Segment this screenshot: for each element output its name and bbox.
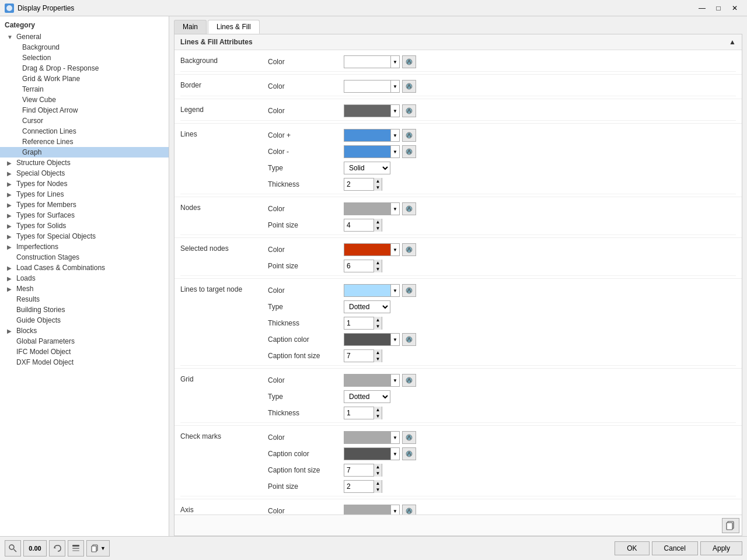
color-icon-btn-lines-minus[interactable] <box>402 145 416 158</box>
cm-captfontsize-up[interactable]: ▲ <box>374 464 382 470</box>
color-picker-selnodes[interactable]: ▼ <box>344 243 400 256</box>
color-icon-btn-cm[interactable] <box>402 431 416 444</box>
sidebar-item-reference-lines[interactable]: Reference Lines <box>0 136 169 147</box>
sidebar-item-types-nodes[interactable]: ▶ Types for Nodes <box>0 178 169 189</box>
color-picker-bg[interactable]: ▼ <box>344 55 400 68</box>
cm-captfontsize-input[interactable] <box>344 464 374 476</box>
ltarget-captfontsize-up[interactable]: ▲ <box>374 349 382 356</box>
color-picker-nodes[interactable]: ▼ <box>344 202 400 215</box>
sidebar-item-special-objects[interactable]: ▶ Special Objects <box>0 168 169 178</box>
sidebar-item-dxf-model[interactable]: DXF Model Object <box>0 357 169 368</box>
color-dropdown-ltarget[interactable]: ▼ <box>391 285 399 296</box>
sidebar-item-selection[interactable]: Selection <box>0 52 169 63</box>
grid-thickness-up[interactable]: ▲ <box>374 407 382 413</box>
tab-main[interactable]: Main <box>174 20 207 34</box>
color-picker-ltarget-caption[interactable]: ▼ <box>344 333 400 346</box>
color-icon-btn-ltarget[interactable] <box>402 284 416 297</box>
lines-thickness-down[interactable]: ▼ <box>374 184 382 191</box>
cm-pointsize-input[interactable] <box>344 481 374 492</box>
tab-lines-fill[interactable]: Lines & Fill <box>208 20 260 34</box>
sidebar-item-types-lines[interactable]: ▶ Types for Lines <box>0 189 169 200</box>
grid-thickness-input[interactable] <box>344 407 374 419</box>
ltarget-captfontsize-down[interactable]: ▼ <box>374 356 382 362</box>
selnodes-pointsize-down[interactable]: ▼ <box>374 266 382 272</box>
sidebar-item-background[interactable]: Background <box>0 42 169 52</box>
color-picker-cm-caption[interactable]: ▼ <box>344 447 400 460</box>
lines-thickness-up[interactable]: ▲ <box>374 178 382 184</box>
sidebar-item-imperfections[interactable]: ▶ Imperfections <box>0 242 169 252</box>
color-dropdown-lines-minus[interactable]: ▼ <box>391 146 399 158</box>
color-dropdown-cm[interactable]: ▼ <box>391 432 399 443</box>
maximize-button[interactable]: □ <box>711 2 726 14</box>
sidebar-item-types-solids[interactable]: ▶ Types for Solids <box>0 220 169 231</box>
selnodes-pointsize-up[interactable]: ▲ <box>374 260 382 266</box>
cm-pointsize-up[interactable]: ▲ <box>374 480 382 487</box>
color-dropdown-ltarget-caption[interactable]: ▼ <box>391 334 399 345</box>
sidebar-item-connection-lines[interactable]: Connection Lines <box>0 126 169 136</box>
ltarget-thickness-input[interactable] <box>344 317 374 329</box>
sidebar-item-building-stories[interactable]: Building Stories <box>0 304 169 315</box>
sidebar-item-guide-objects[interactable]: Guide Objects <box>0 315 169 326</box>
color-icon-btn-nodes[interactable] <box>402 202 416 215</box>
sidebar-item-construction[interactable]: Construction Stages <box>0 252 169 262</box>
sidebar-item-find-object[interactable]: Find Object Arrow <box>0 105 169 116</box>
color-icon-btn-bg[interactable] <box>402 55 416 68</box>
color-picker-grid[interactable]: ▼ <box>344 374 400 387</box>
color-icon-btn-legend[interactable] <box>402 104 416 117</box>
color-picker-cm[interactable]: ▼ <box>344 431 400 444</box>
nodes-pointsize-down[interactable]: ▼ <box>374 225 382 232</box>
color-picker-axis[interactable]: ▼ <box>344 505 400 514</box>
sidebar-item-loads[interactable]: ▶ Loads <box>0 273 169 284</box>
cm-pointsize-down[interactable]: ▼ <box>374 487 382 493</box>
sidebar-item-blocks[interactable]: ▶ Blocks <box>0 326 169 336</box>
color-icon-btn-grid[interactable] <box>402 374 416 387</box>
grid-thickness-down[interactable]: ▼ <box>374 413 382 419</box>
sidebar-item-graph[interactable]: Graph <box>0 147 169 158</box>
grid-type-select[interactable]: SolidDashedDotted <box>344 390 390 403</box>
color-dropdown-selnodes[interactable]: ▼ <box>391 244 399 256</box>
color-icon-btn-lines-plus[interactable] <box>402 129 416 142</box>
sidebar-item-types-surfaces[interactable]: ▶ Types for Surfaces <box>0 210 169 220</box>
sidebar-item-terrain[interactable]: Terrain <box>0 84 169 94</box>
sidebar-item-ifc-model[interactable]: IFC Model Object <box>0 346 169 357</box>
footer-tool-search[interactable] <box>5 540 21 556</box>
color-icon-btn-axis[interactable] <box>402 505 416 514</box>
nodes-pointsize-up[interactable]: ▲ <box>374 219 382 225</box>
color-picker-lines-minus[interactable]: ▼ <box>344 145 400 158</box>
ok-button[interactable]: OK <box>615 541 649 555</box>
footer-tool-undo[interactable] <box>49 540 65 556</box>
footer-tool-copy2[interactable]: ▼ <box>86 540 110 556</box>
sidebar-item-view-cube[interactable]: View Cube <box>0 94 169 105</box>
sidebar-item-mesh[interactable]: ▶ Mesh <box>0 284 169 294</box>
ltarget-captfontsize-input[interactable] <box>344 350 374 362</box>
sidebar-item-cursor[interactable]: Cursor <box>0 116 169 126</box>
color-dropdown-nodes[interactable]: ▼ <box>391 203 399 215</box>
sidebar-item-types-special[interactable]: ▶ Types for Special Objects <box>0 231 169 242</box>
nodes-pointsize-input[interactable] <box>344 219 374 231</box>
ltarget-thickness-down[interactable]: ▼ <box>374 323 382 330</box>
ltarget-type-select[interactable]: SolidDashedDotted <box>344 300 390 313</box>
footer-tool-value[interactable]: 0.00 <box>23 540 47 556</box>
sidebar-item-general[interactable]: ▼ General <box>0 32 169 42</box>
sidebar-item-global-params[interactable]: Global Parameters <box>0 336 169 346</box>
copy-button[interactable] <box>722 518 739 533</box>
sidebar-item-results[interactable]: Results <box>0 294 169 304</box>
color-dropdown-grid[interactable]: ▼ <box>391 374 399 386</box>
color-icon-btn-border[interactable] <box>402 80 416 93</box>
color-dropdown-cm-caption[interactable]: ▼ <box>391 448 399 460</box>
sidebar-item-drag-drop[interactable]: Drag & Drop - Response <box>0 63 169 74</box>
sidebar-item-load-cases[interactable]: ▶ Load Cases & Combinations <box>0 262 169 273</box>
lines-thickness-input[interactable] <box>344 178 374 190</box>
ltarget-thickness-up[interactable]: ▲ <box>374 317 382 323</box>
color-picker-legend[interactable]: ▼ <box>344 104 400 117</box>
color-dropdown-border[interactable]: ▼ <box>391 80 399 92</box>
footer-tool-up[interactable] <box>68 540 84 556</box>
color-icon-btn-selnodes[interactable] <box>402 243 416 256</box>
minimize-button[interactable]: — <box>694 2 710 14</box>
close-button[interactable]: ✕ <box>727 2 742 14</box>
color-dropdown-legend[interactable]: ▼ <box>391 105 399 117</box>
color-icon-btn-cm-caption[interactable] <box>402 447 416 460</box>
cm-captfontsize-down[interactable]: ▼ <box>374 470 382 477</box>
color-picker-lines-plus[interactable]: ▼ <box>344 129 400 142</box>
lines-type-select[interactable]: SolidDashedDotted <box>344 162 390 174</box>
